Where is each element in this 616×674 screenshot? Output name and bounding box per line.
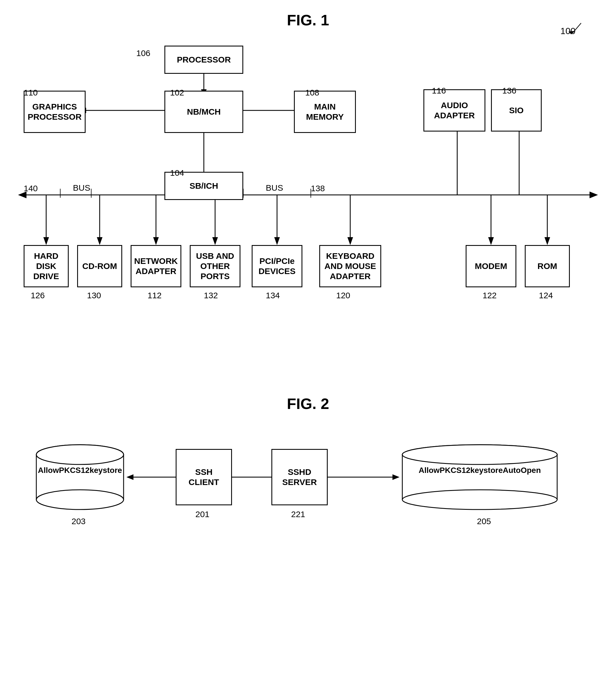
svg-point-61 <box>402 490 557 510</box>
usb-ports-box: USB AND OTHER PORTS <box>190 245 240 287</box>
ref-126: 126 <box>31 291 45 300</box>
pci-devices-box: PCI/PCIe DEVICES <box>252 245 302 287</box>
ref-102: 102 <box>170 88 184 97</box>
ref-108: 108 <box>305 88 319 97</box>
svg-marker-23 <box>97 237 103 245</box>
svg-marker-39 <box>544 237 550 245</box>
svg-marker-54 <box>392 474 399 480</box>
ref-132: 132 <box>204 291 218 300</box>
ref-130: 130 <box>87 291 101 300</box>
keyboard-mouse-box: KEYBOARD AND MOUSE ADAPTER <box>319 245 381 287</box>
svg-text:BUS: BUS <box>73 183 90 192</box>
ref-106: 106 <box>136 48 150 58</box>
svg-point-58 <box>36 445 124 464</box>
svg-marker-31 <box>347 237 353 245</box>
sshd-server-box: SSHD SERVER <box>271 449 328 505</box>
ref-140: 140 <box>24 184 38 193</box>
sio-box: SIO <box>491 89 542 131</box>
ref-124: 124 <box>539 291 553 300</box>
svg-text:BUS: BUS <box>266 183 283 192</box>
fig1-title: FIG. 1 <box>287 12 329 28</box>
ref-120: 120 <box>336 291 350 300</box>
ref-201: 201 <box>196 510 210 519</box>
svg-marker-27 <box>212 237 218 245</box>
ref-138: 138 <box>311 184 325 193</box>
modem-box: MODEM <box>466 245 516 287</box>
svg-marker-37 <box>488 237 494 245</box>
ref-104: 104 <box>170 168 184 178</box>
cd-rom-box: CD-ROM <box>77 245 122 287</box>
ref-112: 112 <box>147 291 161 300</box>
ref-116: 116 <box>432 86 446 96</box>
svg-marker-18 <box>590 192 598 198</box>
ref-122: 122 <box>483 291 497 300</box>
ref-136: 136 <box>502 86 516 96</box>
hard-disk-drive-box: HARD DISK DRIVE <box>24 245 69 287</box>
fig2-title: FIG. 2 <box>287 395 329 412</box>
svg-line-0 <box>573 23 581 33</box>
svg-marker-21 <box>43 237 49 245</box>
rom-box: ROM <box>525 245 570 287</box>
audio-adapter-box: AUDIO ADAPTER <box>423 89 485 131</box>
ref-110: 110 <box>24 88 38 97</box>
svg-marker-47 <box>126 474 133 480</box>
main-memory-box: MAIN MEMORY <box>294 91 356 133</box>
ref-134: 134 <box>266 291 280 300</box>
ref-203: 203 <box>72 517 86 526</box>
svg-point-62 <box>402 445 557 464</box>
ref-221: 221 <box>291 510 305 519</box>
ref-205: 205 <box>477 517 491 526</box>
allow-pkcs12-cylinder: AllowPKCS12keystore <box>35 443 125 511</box>
svg-marker-29 <box>274 237 280 245</box>
ssh-client-box: SSH CLIENT <box>176 449 232 505</box>
network-adapter-box: NETWORK ADAPTER <box>131 245 181 287</box>
processor-box: PROCESSOR <box>164 45 243 74</box>
svg-marker-25 <box>153 237 159 245</box>
svg-point-57 <box>36 490 124 510</box>
allow-pkcs12-auto-cylinder: AllowPKCS12keystoreAutoOpen <box>401 443 559 511</box>
